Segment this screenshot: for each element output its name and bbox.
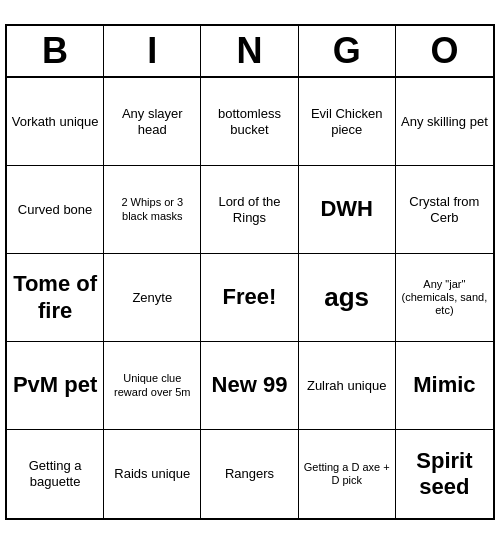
header-letter-g: G (299, 26, 396, 76)
header-letter-b: B (7, 26, 104, 76)
bingo-grid: Vorkath uniqueAny slayer headbottomless … (7, 78, 493, 518)
bingo-cell-7: Lord of the Rings (201, 166, 298, 254)
bingo-cell-12: Free! (201, 254, 298, 342)
header-letter-o: O (396, 26, 493, 76)
bingo-cell-0: Vorkath unique (7, 78, 104, 166)
bingo-header: BINGO (7, 26, 493, 78)
bingo-cell-16: Unique clue reward over 5m (104, 342, 201, 430)
bingo-cell-1: Any slayer head (104, 78, 201, 166)
bingo-cell-13: ags (299, 254, 396, 342)
bingo-cell-4: Any skilling pet (396, 78, 493, 166)
bingo-cell-21: Raids unique (104, 430, 201, 518)
bingo-cell-10: Tome of fire (7, 254, 104, 342)
bingo-cell-23: Getting a D axe + D pick (299, 430, 396, 518)
bingo-cell-6: 2 Whips or 3 black masks (104, 166, 201, 254)
bingo-cell-15: PvM pet (7, 342, 104, 430)
header-letter-i: I (104, 26, 201, 76)
bingo-cell-3: Evil Chicken piece (299, 78, 396, 166)
bingo-cell-9: Crystal from Cerb (396, 166, 493, 254)
header-letter-n: N (201, 26, 298, 76)
bingo-cell-2: bottomless bucket (201, 78, 298, 166)
bingo-cell-24: Spirit seed (396, 430, 493, 518)
bingo-card: BINGO Vorkath uniqueAny slayer headbotto… (5, 24, 495, 520)
bingo-cell-18: Zulrah unique (299, 342, 396, 430)
bingo-cell-19: Mimic (396, 342, 493, 430)
bingo-cell-8: DWH (299, 166, 396, 254)
bingo-cell-11: Zenyte (104, 254, 201, 342)
bingo-cell-14: Any "jar" (chemicals, sand, etc) (396, 254, 493, 342)
bingo-cell-22: Rangers (201, 430, 298, 518)
bingo-cell-17: New 99 (201, 342, 298, 430)
bingo-cell-20: Getting a baguette (7, 430, 104, 518)
bingo-cell-5: Curved bone (7, 166, 104, 254)
